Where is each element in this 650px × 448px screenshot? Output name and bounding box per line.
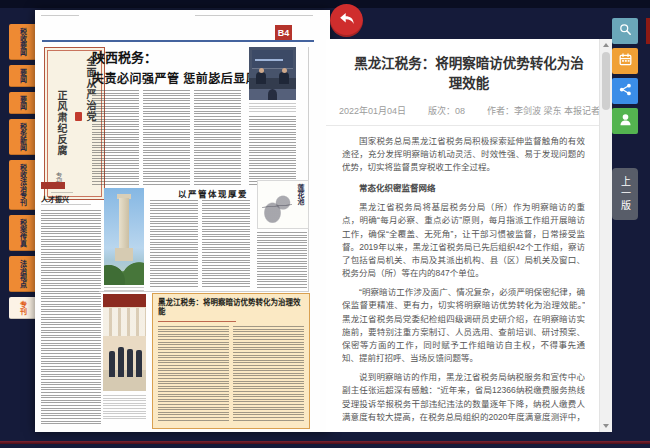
paragraph: “明察暗访工作涉及面广、情况复杂，必须严明保密纪律，确保监督更精准、更有力，切实… (342, 286, 585, 365)
lead-text-col-1 (92, 90, 139, 186)
mid-text-col-1 (150, 200, 198, 288)
monument-trees (104, 259, 144, 285)
exhibition-person-1 (109, 351, 115, 377)
highlighted-text-col-2 (233, 326, 304, 422)
article-edition: 版次：08 (428, 104, 465, 117)
photo-screen-text (255, 59, 283, 61)
toolbar-rail (612, 18, 638, 138)
epaper-viewer: 税收要闻 要闻 要闻 税务新闻 税收法治专刊 税案传真 法治视点 专刊 B4 全… (0, 0, 650, 448)
mid-article-subhead: 以严管体现厚爱 (161, 187, 265, 199)
section-rule (99, 291, 308, 292)
exhibition-person-3 (127, 349, 133, 377)
search-icon (618, 22, 633, 41)
monument-photo (104, 188, 144, 285)
exhibition-person-4 (136, 350, 142, 377)
page-number-badge: B4 (275, 25, 292, 40)
article-title: 黑龙江税务：将明察暗访优势转化为治理效能 (348, 54, 590, 95)
left-article-headline: 人才振兴 (41, 194, 99, 204)
exhibition-panels (103, 308, 146, 336)
tab-headlines-1[interactable]: 要闻 (9, 65, 37, 87)
meta-divider (326, 125, 599, 126)
lead-article-byline (92, 81, 154, 84)
scroll-up-arrow-icon[interactable] (603, 43, 609, 47)
press-desk-photo (249, 47, 296, 100)
paragraph: 国家税务总局黑龙江省税务局积极探索延伸监督触角的有效途径，充分发挥明察暗访机动灵… (342, 135, 585, 175)
bottom-accent-line (0, 441, 650, 444)
share-button[interactable] (612, 78, 638, 104)
mid-text-col-2 (202, 200, 250, 288)
banner-seal (75, 112, 82, 121)
paragraph: 说到明察暗访的作用，黑龙江省税务局纳税服务和宣传中心副主任张运超深有感触：“近年… (342, 371, 585, 422)
monument-column (119, 198, 129, 250)
photo-caption (249, 103, 296, 112)
search-button[interactable] (612, 18, 638, 44)
scrollbar-thumb[interactable] (602, 52, 610, 110)
masthead-rule (42, 40, 314, 42)
lead-text-col-2 (143, 90, 190, 186)
masthead-microtext-left (41, 15, 79, 18)
highlighted-article-block[interactable]: 黑龙江税务：将明察暗访优势转化为治理效能 (152, 293, 310, 429)
right-text-col (257, 232, 307, 288)
scroll-down-arrow-icon[interactable] (603, 424, 609, 428)
highlighted-article-byline (158, 321, 236, 324)
photo-person-left (256, 72, 266, 84)
column-label-red (41, 182, 65, 189)
lead-text-col-3 (194, 90, 241, 186)
tab-headlines-2[interactable]: 要闻 (9, 92, 37, 114)
lotus-caption: 莲花池 (295, 184, 305, 205)
back-arrow-icon (337, 9, 356, 32)
masthead-microtext-right (195, 15, 313, 18)
section-subhead: 常态化织密监督网络 (342, 182, 585, 195)
user-button[interactable] (612, 108, 638, 134)
tab-tax-news[interactable]: 税务新闻 (9, 119, 37, 155)
previous-page-button[interactable]: 上一版 (612, 168, 638, 220)
lead-text-col-4 (249, 116, 296, 186)
banner-line2: 正风肃纪反腐 (56, 90, 66, 156)
lotus-artwork (262, 189, 292, 223)
tab-tax-case-fax[interactable]: 税案传真 (9, 215, 37, 251)
column-rule (308, 47, 309, 292)
calendar-button[interactable] (612, 48, 638, 74)
article-body: 国家税务总局黑龙江省税务局积极探索延伸监督触角的有效途径，充分发挥明察暗访机动灵… (342, 135, 585, 423)
share-icon (618, 82, 633, 101)
exhibition-caption (103, 395, 146, 421)
newspaper-page: B4 全面从严治党 正风肃纪反腐 专刊 陕西税务： 失责必问强严管 惩前毖后显厚… (35, 10, 330, 432)
user-icon (618, 112, 633, 131)
article-author: 作者：李剑波 梁东 本报记者 王刊 (487, 104, 612, 117)
top-band (0, 0, 650, 8)
edge-red-sliver (646, 18, 650, 44)
photo-person-foreground (268, 89, 277, 100)
article-reader-panel: 黑龙江税务：将明察暗访优势转化为治理效能 2022年01月04日 版次：08 作… (326, 39, 612, 432)
article-date: 2022年01月04日 (339, 104, 406, 117)
paragraph: 黑龙江省税务局将基层税务分局（所）作为明察暗访的重点，明确“每月必察、重点必访”… (342, 201, 585, 280)
lotus-ink-painting: 莲花池 (257, 180, 309, 229)
tab-law-viewpoint[interactable]: 法治视点 (9, 256, 37, 292)
left-article-text (41, 210, 101, 426)
tab-tax-headlines[interactable]: 税收要闻 (9, 24, 37, 60)
exhibition-photo (103, 294, 146, 391)
highlighted-article-title: 黑龙江税务：将明察暗访优势转化为治理效能 (158, 298, 304, 317)
section-tab-list: 税收要闻 要闻 要闻 税务新闻 税收法治专刊 税案传真 法治视点 专刊 (8, 24, 38, 319)
left-article-subline (41, 204, 91, 207)
highlighted-text-col-1 (158, 326, 229, 422)
tab-tax-law-special[interactable]: 税收法治专刊 (9, 160, 37, 210)
reader-scrollbar[interactable] (599, 39, 612, 432)
tab-special-edition-active[interactable]: 专刊 (9, 297, 37, 319)
back-button[interactable] (330, 4, 363, 37)
article-meta: 2022年01月04日 版次：08 作者：李剑波 梁东 本报记者 王刊 (339, 104, 612, 117)
exhibition-person-2 (118, 347, 124, 377)
photo-person-right (279, 72, 289, 84)
calendar-icon (618, 52, 633, 71)
